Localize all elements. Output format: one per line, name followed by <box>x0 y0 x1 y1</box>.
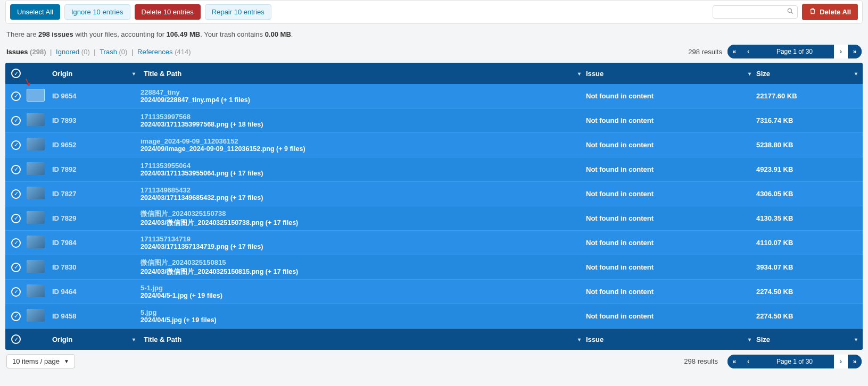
row-checkbox[interactable]: ✓ <box>11 287 21 297</box>
issue-text: Not found in content <box>586 116 654 124</box>
media-title-link[interactable]: 1711353955064 <box>140 162 586 170</box>
thumbnail[interactable] <box>27 211 45 224</box>
media-path: 2024/03/1711353997568.png (+ 18 files) <box>140 121 586 128</box>
media-title-link[interactable]: image_2024-09-09_112036152 <box>140 137 586 145</box>
row-checkbox[interactable]: ✓ <box>11 91 21 101</box>
table-row[interactable]: ✓ID 798417113571347192024/03/17113571347… <box>5 231 863 255</box>
issue-text: Not found in content <box>586 239 654 247</box>
col-title-footer[interactable]: Title & Path▾ <box>140 335 586 343</box>
origin-id[interactable]: ID 7893 <box>52 116 77 124</box>
tab-trash[interactable]: Trash (0) <box>100 48 127 56</box>
table-row[interactable]: ✓ID 7830微信图片_202403251508152024/03/微信图片_… <box>5 255 863 280</box>
origin-id[interactable]: ID 7984 <box>52 239 77 247</box>
thumbnail[interactable] <box>27 113 45 126</box>
svg-point-0 <box>788 9 792 12</box>
row-checkbox[interactable]: ✓ <box>11 312 21 321</box>
pager-prev-button[interactable]: ‹ <box>741 355 755 368</box>
row-checkbox[interactable]: ✓ <box>11 116 21 125</box>
thumbnail[interactable] <box>27 309 45 322</box>
issue-text: Not found in content <box>586 288 654 296</box>
table-row[interactable]: ✓ID 789317113539975682024/03/17113539975… <box>5 108 863 133</box>
pager-next-button[interactable]: › <box>834 355 848 368</box>
tab-issues[interactable]: Issues (298) <box>6 48 46 56</box>
summary-text: There are 298 issues with your files, ac… <box>0 28 868 44</box>
repair-entries-button[interactable]: Repair 10 entries <box>205 4 271 20</box>
ignore-entries-button[interactable]: Ignore 10 entries <box>64 4 130 20</box>
row-checkbox[interactable]: ✓ <box>11 165 21 174</box>
col-issue[interactable]: Issue▾ <box>586 70 756 78</box>
col-issue-footer[interactable]: Issue▾ <box>586 335 756 343</box>
row-checkbox[interactable]: ✓ <box>11 263 21 272</box>
thumbnail[interactable] <box>27 89 45 102</box>
media-path: 2024/03/1711349685432.png (+ 17 files) <box>140 194 586 202</box>
table-row[interactable]: ✓ID 9652image_2024-09-09_1120361522024/0… <box>5 133 863 157</box>
thumbnail[interactable] <box>27 138 45 150</box>
origin-id[interactable]: ID 7830 <box>52 263 77 271</box>
pager-last-button[interactable]: » <box>848 355 862 368</box>
media-title-link[interactable]: 1711357134719 <box>140 235 586 243</box>
unselect-all-button[interactable]: Unselect All <box>10 4 60 20</box>
chevron-down-icon: ▾ <box>578 337 581 342</box>
table-row[interactable]: ✓ID 94585.jpg2024/04/5.jpg (+ 19 files)N… <box>5 304 863 329</box>
tab-ignored[interactable]: Ignored (0) <box>56 48 90 56</box>
media-title-link[interactable]: 1711349685432 <box>140 186 586 194</box>
origin-id[interactable]: ID 9652 <box>52 141 77 149</box>
media-title-link[interactable]: 1711353997568 <box>140 113 586 121</box>
thumbnail[interactable] <box>27 162 45 175</box>
chevron-down-icon: ▾ <box>748 71 751 77</box>
thumbnail[interactable] <box>27 284 45 297</box>
pager-prev-button[interactable]: ‹ <box>741 45 755 58</box>
media-title-link[interactable]: 5-1.jpg <box>140 284 586 292</box>
media-title-link[interactable]: 微信图片_20240325150815 <box>140 258 586 267</box>
row-checkbox[interactable]: ✓ <box>11 140 21 150</box>
pager-first-button[interactable]: « <box>728 45 741 58</box>
row-checkbox[interactable]: ✓ <box>11 189 21 199</box>
tab-references[interactable]: References (414) <box>137 48 191 56</box>
select-all-checkbox[interactable]: ✓ <box>11 69 21 78</box>
thumbnail[interactable] <box>27 187 45 199</box>
table-row[interactable]: ✓ID 9654228847_tiny2024/09/228847_tiny.m… <box>5 84 863 108</box>
origin-id[interactable]: ID 9458 <box>52 312 77 320</box>
pager-first-button[interactable]: « <box>728 355 741 368</box>
media-title-link[interactable]: 5.jpg <box>140 308 586 316</box>
thumbnail[interactable] <box>27 236 45 248</box>
origin-id[interactable]: ID 9654 <box>52 92 77 100</box>
select-all-footer-checkbox[interactable]: ✓ <box>11 334 21 344</box>
origin-id[interactable]: ID 7892 <box>52 165 77 173</box>
table-row[interactable]: ✓ID 94645-1.jpg2024/04/5-1.jpg (+ 19 fil… <box>5 280 863 304</box>
col-size-footer[interactable]: Size▾ <box>756 335 863 343</box>
pager-last-button[interactable]: » <box>848 45 862 58</box>
col-title[interactable]: Title & Path▾ <box>140 70 586 78</box>
delete-entries-button[interactable]: Delete 10 entries <box>135 4 201 20</box>
delete-all-button[interactable]: Delete All <box>802 4 858 20</box>
table-row[interactable]: ✓ID 7829微信图片_202403251507382024/03/微信图片_… <box>5 206 863 231</box>
table-row[interactable]: ✓ID 782717113496854322024/03/17113496854… <box>5 182 863 206</box>
issue-text: Not found in content <box>586 141 654 149</box>
items-per-page-select[interactable]: 10 items / page ▼ <box>6 354 75 368</box>
col-origin-footer[interactable]: Origin▾ <box>50 335 140 343</box>
origin-id[interactable]: ID 7829 <box>52 214 77 222</box>
subtabs-row: Issues (298) | Ignored (0) | Trash (0) |… <box>0 44 868 63</box>
row-checkbox[interactable]: ✓ <box>11 238 21 248</box>
size-text: 5238.80 KB <box>756 141 793 149</box>
chevron-down-icon: ▼ <box>64 358 69 364</box>
media-title-link[interactable]: 微信图片_20240325150738 <box>140 209 586 219</box>
origin-id[interactable]: ID 9464 <box>52 288 77 296</box>
col-size[interactable]: Size▾ <box>756 70 863 78</box>
thumbnail[interactable] <box>27 260 45 273</box>
search-input[interactable] <box>716 8 783 16</box>
items-per-page-label: 10 items / page <box>12 357 60 365</box>
media-path: 2024/04/5-1.jpg (+ 19 files) <box>140 292 586 299</box>
media-title-link[interactable]: 228847_tiny <box>140 88 586 96</box>
pager-next-button[interactable]: › <box>834 45 848 58</box>
chevron-down-icon: ▾ <box>855 337 857 342</box>
table-row[interactable]: ✓ID 789217113539550642024/03/17113539550… <box>5 157 863 182</box>
results-count-top: 298 results <box>688 48 722 56</box>
issues-table: ✓ Origin▾ Title & Path▾ Issue▾ Size▾ ✓ID… <box>5 63 863 350</box>
pager-top: « ‹ Page 1 of 30 › » <box>728 45 862 58</box>
search-box[interactable] <box>713 5 798 19</box>
origin-id[interactable]: ID 7827 <box>52 190 77 198</box>
row-checkbox[interactable]: ✓ <box>11 214 21 223</box>
col-origin[interactable]: Origin▾ <box>50 70 140 78</box>
size-text: 4306.05 KB <box>756 190 793 198</box>
